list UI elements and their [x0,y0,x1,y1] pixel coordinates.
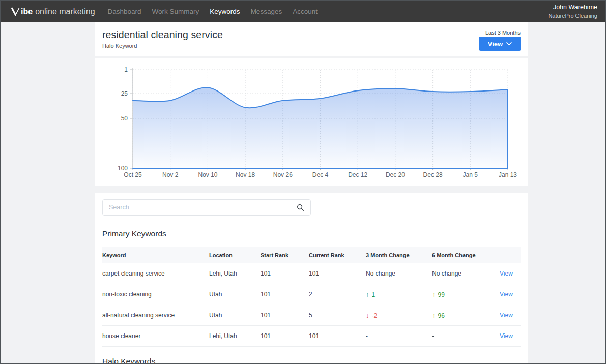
nav-item-dashboard[interactable]: Dashboard [108,8,141,15]
change-value: 96 [438,312,445,319]
start-rank-cell: 101 [261,332,309,340]
row-view-link[interactable]: View [500,312,521,319]
svg-text:1: 1 [124,66,128,73]
vibe-v-icon [11,7,20,16]
column-header: Keyword [102,252,209,258]
svg-text:Nov 10: Nov 10 [198,171,217,178]
table-row: all-natural cleaning serviceUtah1015↓-2↑… [102,305,521,326]
change-3mo-cell: ↑1 [366,291,432,298]
location-cell: Lehi, Utah [209,332,261,340]
svg-text:Dec 12: Dec 12 [348,171,367,178]
keyword-cell: house cleaner [102,332,209,340]
column-header: 6 Month Change [432,252,500,258]
change-3mo-cell: - [366,332,432,340]
change-3mo-cell: No change [366,270,432,277]
view-button-label: View [488,40,503,48]
brand-bold-text: ibe [21,7,33,16]
primary-keywords-table: KeywordLocationStart RankCurrent Rank3 M… [102,247,521,347]
view-dropdown-button[interactable]: View [479,37,521,51]
keyword-type-label: Halo Keyword [102,43,521,49]
change-6mo-cell: ↑99 [432,291,500,298]
current-rank-cell: 101 [309,332,366,340]
column-header: Location [209,252,261,258]
svg-text:Oct 25: Oct 25 [124,171,142,178]
table-row: non-toxic cleaningUtah1012↑1↑99View [102,284,521,305]
table-row: carpet cleaning serviceLehi, Utah101101N… [102,263,521,284]
svg-text:25: 25 [121,90,128,97]
current-rank-cell: 2 [309,291,366,298]
user-organization: NaturePro Cleaning [548,12,597,20]
change-value: 1 [372,291,376,298]
primary-keywords-heading: Primary Keywords [102,229,521,238]
change-6mo-cell: ↑96 [432,312,500,319]
location-cell: Utah [209,312,261,319]
keywords-table-card: Primary Keywords KeywordLocationStart Ra… [95,193,528,364]
date-range-label: Last 3 Months [485,29,521,36]
column-header: Current Rank [309,252,366,258]
svg-text:100: 100 [118,165,128,172]
nav-item-keywords[interactable]: Keywords [210,8,240,15]
start-rank-cell: 101 [261,312,309,319]
app-window: ibe online marketing DashboardWork Summa… [0,0,606,364]
keyword-search-box [102,199,311,216]
up-arrow-icon: ↑ [432,291,436,298]
up-arrow-icon: ↑ [366,291,369,298]
page-title: residential cleaning service [102,29,521,41]
svg-text:Nov 2: Nov 2 [162,171,179,178]
user-name: John Warehime [548,3,597,12]
main-content: residential cleaning service Halo Keywor… [95,22,528,364]
nav-item-account[interactable]: Account [293,8,318,15]
svg-text:Dec 4: Dec 4 [312,171,329,178]
vibe-logo[interactable]: ibe online marketing [11,7,95,16]
table-header-row: KeywordLocationStart RankCurrent Rank3 M… [102,247,521,263]
current-rank-cell: 101 [309,270,366,277]
search-button[interactable] [296,203,305,213]
start-rank-cell: 101 [261,291,309,298]
search-input[interactable] [109,204,296,211]
svg-text:Nov 26: Nov 26 [273,171,293,178]
svg-text:Jan 5: Jan 5 [463,171,478,178]
current-rank-cell: 5 [309,312,366,319]
up-arrow-icon: ↑ [432,312,436,319]
halo-keywords-heading: Halo Keywords [102,357,521,364]
user-info: John Warehime NaturePro Cleaning [548,3,597,20]
chevron-down-icon [506,42,512,46]
brand-rest-text: online marketing [35,7,95,16]
row-view-link[interactable]: View [500,332,521,340]
svg-text:Jan 13: Jan 13 [499,171,517,178]
svg-text:50: 50 [121,115,128,122]
change-3mo-cell: ↓-2 [366,312,432,319]
down-arrow-icon: ↓ [366,312,369,319]
location-cell: Utah [209,291,261,298]
change-6mo-cell: No change [432,270,500,277]
svg-text:Dec 20: Dec 20 [386,171,405,178]
nav-item-messages[interactable]: Messages [251,8,282,15]
change-value: 99 [438,291,445,298]
keyword-cell: non-toxic cleaning [102,291,209,298]
row-view-link[interactable]: View [500,291,521,298]
column-header: Start Rank [261,252,309,258]
row-view-link[interactable]: View [500,270,521,277]
table-body: carpet cleaning serviceLehi, Utah101101N… [102,263,521,347]
top-navbar: ibe online marketing DashboardWork Summa… [1,1,605,22]
rank-history-chart: 12550100Oct 25Nov 2Nov 10Nov 18Nov 26Dec… [95,58,528,186]
keyword-cell: all-natural cleaning service [102,312,209,319]
nav-item-work-summary[interactable]: Work Summary [152,8,199,15]
svg-text:Nov 18: Nov 18 [236,171,255,178]
change-value: -2 [372,312,378,319]
keyword-cell: carpet cleaning service [102,270,209,277]
search-icon [297,204,304,211]
table-row: house cleanerLehi, Utah101101--View [102,326,521,347]
column-header: 3 Month Change [366,252,432,258]
keyword-header-card: residential cleaning service Halo Keywor… [95,22,528,56]
svg-text:Dec 28: Dec 28 [423,171,443,178]
start-rank-cell: 101 [261,270,309,277]
change-6mo-cell: - [432,332,500,340]
location-cell: Lehi, Utah [209,270,261,277]
rank-history-chart-card: 12550100Oct 25Nov 2Nov 10Nov 18Nov 26Dec… [95,58,528,186]
nav-items: DashboardWork SummaryKeywordsMessagesAcc… [108,8,549,15]
